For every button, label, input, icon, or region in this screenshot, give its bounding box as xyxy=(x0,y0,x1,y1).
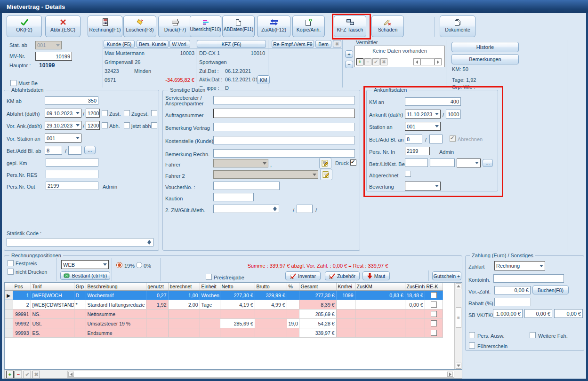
delete-button[interactable]: Löschen(F3) xyxy=(123,16,156,37)
scroll-thumb[interactable]: ≡ xyxy=(456,307,461,328)
buchen-button[interactable]: Buchen(F8) xyxy=(532,286,569,294)
mv-nr-input[interactable]: 10199 xyxy=(35,52,72,61)
re-k-checkbox[interactable] xyxy=(431,330,437,336)
ankunft-time-input[interactable]: 1000 xyxy=(446,110,461,119)
re-k-cell[interactable] xyxy=(425,328,443,338)
abh-checkbox[interactable] xyxy=(102,122,108,128)
serviceberater-input[interactable] xyxy=(213,96,355,104)
table-row[interactable]: ▶ 1 [WEB]WOCH D Wochentarif 0,27 1,00 Wo… xyxy=(5,291,443,300)
kostenstelle-input[interactable] xyxy=(213,136,355,144)
table-row[interactable]: 99992 USt. Umsatzsteuer 19 % 285,69 € 19… xyxy=(5,319,443,328)
abort-button[interactable]: Abbr.(ESC) xyxy=(45,16,81,37)
vor-station-select[interactable]: 001 xyxy=(45,134,81,143)
kunde-button[interactable]: Kunde (F5) xyxy=(104,40,135,48)
nav-post-button[interactable]: ✔ xyxy=(372,58,379,65)
copy-attach-button[interactable]: Kopie/Anh. xyxy=(292,16,325,37)
positions-table[interactable]: Pos Tarif Grp Beschreibung genutzt berec… xyxy=(5,283,443,338)
row-post-button[interactable]: ✔ xyxy=(24,371,31,378)
sb-vk-input[interactable]: 1.000,00 € xyxy=(493,309,523,318)
voucher-input[interactable] xyxy=(213,182,280,190)
zugest2-checkbox[interactable] xyxy=(151,110,157,116)
row-insert-button[interactable]: + xyxy=(6,371,14,378)
wvorl-button[interactable]: W.Vorl. xyxy=(169,40,190,48)
table-row[interactable]: 99991 NS. Nettosumme 285,69 € xyxy=(5,310,443,319)
bet-add-more-button[interactable]: ... xyxy=(84,146,96,154)
row-cancel-button[interactable]: ✖ xyxy=(32,371,40,378)
zust-checkbox[interactable] xyxy=(102,110,108,116)
table-vertical-scrollbar[interactable]: ≡ xyxy=(454,283,462,369)
ok-button[interactable]: OK(F2) xyxy=(7,16,42,37)
damages-button[interactable]: Schäden xyxy=(371,16,404,37)
re-k-cell[interactable] xyxy=(425,319,443,328)
vat-0-radio[interactable] xyxy=(136,262,142,268)
statistik-code-input[interactable] xyxy=(7,238,153,246)
kfz-button[interactable]: KFZ (F6) xyxy=(197,40,266,48)
re-k-checkbox[interactable] xyxy=(431,302,437,308)
spinner-buttons[interactable] xyxy=(272,206,278,212)
stat-ab-select[interactable]: 001 xyxy=(35,41,62,49)
fahrer-select[interactable] xyxy=(213,159,268,167)
abgerechnet-checkbox[interactable] xyxy=(405,171,411,177)
abrechnen-checkbox[interactable] xyxy=(450,135,456,142)
re-k-checkbox[interactable] xyxy=(431,320,437,326)
betr-input-2[interactable] xyxy=(430,159,455,167)
tarif-select[interactable]: WEB xyxy=(61,260,109,269)
pager-next-button[interactable] xyxy=(435,58,442,65)
vermittler-remove-button[interactable]: − xyxy=(345,61,353,68)
pers-ausw-checkbox[interactable] xyxy=(469,332,475,338)
betr-more-button[interactable]: ... xyxy=(483,159,493,167)
besttarif-button[interactable]: Besttarif (ctrl+b) xyxy=(60,271,110,280)
station-an-select[interactable]: 001 xyxy=(405,122,441,131)
pager-index-input[interactable] xyxy=(420,58,435,65)
vor-zahl-input[interactable]: 0,00 € xyxy=(494,286,531,294)
zm-extra-input[interactable] xyxy=(297,205,313,213)
pers-nr-out-input[interactable]: 2199 xyxy=(46,182,98,190)
add-bl-an-input[interactable] xyxy=(429,135,443,143)
nav-insert-button[interactable]: + xyxy=(356,58,363,65)
vat-19-radio[interactable] xyxy=(116,262,122,268)
invoice-button[interactable]: Rechnung(F1) xyxy=(88,16,122,37)
bem-kunde-button[interactable]: Bem. Kunde xyxy=(137,40,169,48)
inventar-button[interactable]: Inventar xyxy=(285,271,321,280)
preisfreigabe-checkbox[interactable] xyxy=(206,274,212,280)
ankunft-date-select[interactable]: 11.10.2023 xyxy=(405,110,441,119)
druck-checkbox[interactable] xyxy=(350,159,356,166)
vorank-date-select[interactable]: 29.10.2023 xyxy=(45,121,81,130)
weitere-fah-checkbox[interactable] xyxy=(530,332,536,338)
kontoinh-input[interactable] xyxy=(493,274,564,283)
festpreis-checkbox[interactable] xyxy=(8,260,14,266)
must-be-checkbox[interactable] xyxy=(10,80,16,86)
gepl-km-input[interactable] xyxy=(46,158,98,167)
print-button[interactable]: Druck(F7) xyxy=(158,16,192,37)
row-delete-button[interactable]: − xyxy=(15,371,22,378)
km-an-input[interactable]: 400 xyxy=(405,97,461,106)
re-k-cell[interactable] xyxy=(425,300,443,310)
zuab-button[interactable]: Zu/Ab(F12) xyxy=(257,16,290,37)
auftragsnummer-input[interactable] xyxy=(213,109,355,118)
re-k-cell[interactable] xyxy=(425,291,443,300)
rabatt-input[interactable] xyxy=(494,298,531,306)
sb-3-input[interactable]: 0,00 € xyxy=(554,309,583,318)
bewertung-select[interactable] xyxy=(405,182,441,190)
gutschein-button[interactable]: Gutschein + xyxy=(432,271,461,280)
betr-select[interactable] xyxy=(457,159,481,167)
fahrer2-select[interactable] xyxy=(213,170,318,179)
re-k-checkbox[interactable] xyxy=(431,292,437,298)
betr-input-1[interactable] xyxy=(405,159,428,167)
table-row[interactable]: 2 [WEB]CDWSTAND. * Standard Haftungsredu… xyxy=(5,300,443,310)
scroll-left-button[interactable] xyxy=(68,372,74,377)
maut-button[interactable]: Maut xyxy=(362,271,390,280)
documents-button[interactable]: Dokumente xyxy=(440,16,475,37)
fahrer-edit-button[interactable] xyxy=(319,158,331,169)
scroll-down-button[interactable] xyxy=(456,363,461,369)
pers-nr-in-input[interactable]: 2199 xyxy=(405,147,430,155)
nav-delete-button[interactable]: − xyxy=(364,58,371,65)
nicht-drucken-checkbox[interactable] xyxy=(8,269,14,275)
table-row[interactable]: 99993 ES. Endsumme 339,97 € xyxy=(5,328,443,338)
zahlart-select[interactable]: Rechnung xyxy=(494,261,545,270)
nav-cancel-button[interactable]: ✖ xyxy=(380,58,387,65)
bet-ab-input[interactable]: 8 xyxy=(45,146,62,155)
vermittler-add-button[interactable]: + xyxy=(345,50,353,58)
zm-input[interactable] xyxy=(213,205,279,213)
spinner-buttons[interactable] xyxy=(146,239,152,245)
